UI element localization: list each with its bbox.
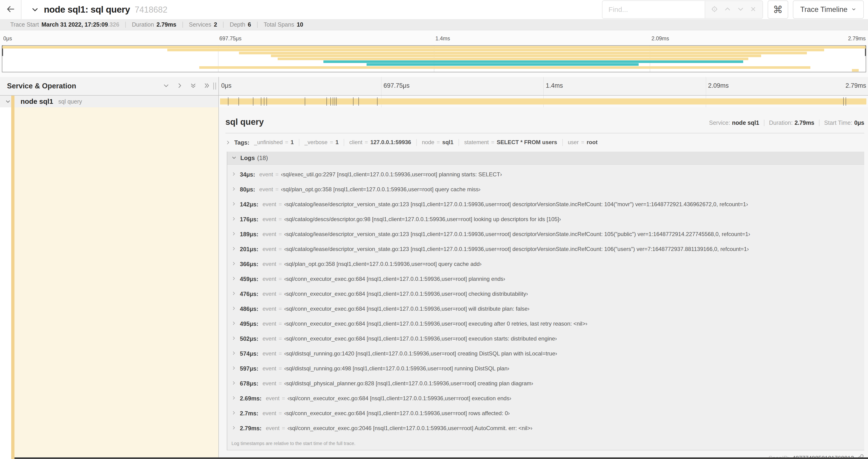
collapse-one-icon[interactable]	[163, 82, 169, 90]
minimap-canvas[interactable]	[2, 45, 866, 72]
tag-item[interactable]: client = 127.0.0.1:59936	[349, 139, 411, 145]
tag-equals: =	[365, 139, 368, 145]
trace-info-item: Total Spans 10	[257, 21, 309, 28]
clear-find-icon[interactable]	[750, 6, 756, 13]
tag-item[interactable]: node = sql1	[422, 139, 453, 145]
logs-block: Logs (18) 34μs: event = ‹sql/exec_util.g…	[227, 152, 864, 450]
span-bar[interactable]	[220, 98, 866, 104]
log-equals: =	[275, 186, 279, 193]
chevron-right-icon	[231, 217, 236, 222]
log-timestamp: 80μs:	[240, 186, 255, 193]
log-entry[interactable]: 2.79ms: event = ‹sql/conn_executor_exec.…	[227, 421, 864, 436]
log-entry[interactable]: 176μs: event = ‹sql/catalog/descs/descri…	[227, 212, 864, 227]
log-tick	[331, 97, 331, 106]
collapse-trace-chevron-icon[interactable]	[31, 6, 39, 13]
find-suffix-toolbar	[705, 1, 763, 18]
log-value: ‹sql/catalog/descs/descriptor.go:98 [nsq…	[284, 216, 561, 223]
span-row-service[interactable]: node sql1 sql query	[0, 96, 219, 107]
tag-separator	[459, 139, 459, 146]
expand-all-icon[interactable]	[204, 82, 210, 90]
log-entry[interactable]: 189μs: event = ‹sql/catalog/lease/descri…	[227, 227, 864, 242]
trace-view-selector[interactable]: Trace Timeline	[793, 0, 864, 19]
tag-item[interactable]: _verbose = 1	[305, 139, 339, 145]
log-key: event	[262, 261, 276, 267]
log-value: ‹sql/conn_executor_exec.go:684 [nsql1,cl…	[284, 321, 587, 327]
detail-left-highlight	[14, 107, 218, 459]
log-value: ‹sql/exec_util.go:2297 [nsql1,client=127…	[281, 171, 502, 178]
chevron-right-icon	[231, 201, 236, 207]
chevron-right-icon	[231, 231, 236, 237]
tag-separator	[416, 139, 417, 146]
chevron-right-icon	[231, 336, 236, 341]
tags-row[interactable]: Tags: _unfinished = 1 _verbose = 1 clien…	[225, 139, 864, 146]
axis-tick-label: 2.79ms	[848, 35, 866, 42]
log-timestamp: 574μs:	[240, 350, 258, 357]
log-entry[interactable]: 678μs: event = ‹sql/distsql_physical_pla…	[227, 376, 864, 391]
info-label: Depth	[229, 21, 245, 28]
log-tick	[846, 97, 846, 106]
log-timestamp: 201μs:	[240, 246, 258, 253]
trace-info-item: Trace Start March 31 2022, 17:25:09 .326	[4, 21, 125, 28]
tag-item[interactable]: user = root	[568, 139, 597, 145]
log-value: ‹sql/conn_executor_exec.go:684 [nsql1,cl…	[287, 395, 511, 402]
log-entry[interactable]: 2.69ms: event = ‹sql/conn_executor_exec.…	[227, 391, 864, 406]
prev-match-icon[interactable]	[724, 6, 731, 13]
log-entry[interactable]: 34μs: event = ‹sql/exec_util.go:2297 [ns…	[227, 167, 864, 182]
chevron-down-icon	[231, 155, 237, 161]
log-value: ‹sql/distsql_running.go:498 [nsql1,clien…	[284, 365, 509, 372]
tag-key: client	[349, 139, 362, 145]
expand-one-icon[interactable]	[177, 82, 183, 90]
log-entry[interactable]: 2.7ms: event = ‹sql/conn_executor_exec.g…	[227, 406, 864, 421]
log-timestamp: 176μs:	[240, 216, 258, 223]
log-entry[interactable]: 597μs: event = ‹sql/distsql_running.go:4…	[227, 361, 864, 376]
back-button[interactable]	[0, 0, 22, 19]
service-operation-header: Service & Operation	[0, 77, 219, 95]
log-entry[interactable]: 574μs: event = ‹sql/distsql_running.go:1…	[227, 346, 864, 361]
chevron-right-icon	[231, 246, 236, 252]
collapse-all-icon[interactable]	[190, 82, 196, 90]
collapse-span-chevron-icon[interactable]	[5, 99, 11, 104]
arrow-left-icon	[6, 5, 15, 14]
tag-item[interactable]: statement = SELECT * FROM users	[464, 139, 557, 145]
tag-item[interactable]: _unfinished = 1	[254, 139, 294, 145]
tags-label: Tags:	[234, 139, 249, 146]
service-color-stripe	[11, 107, 14, 459]
log-entry[interactable]: 142μs: event = ‹sql/catalog/lease/descri…	[227, 197, 864, 212]
logs-header[interactable]: Logs (18)	[227, 152, 864, 165]
log-entry[interactable]: 201μs: event = ‹sql/catalog/lease/descri…	[227, 242, 864, 257]
log-tick	[228, 97, 228, 106]
log-key: event	[262, 321, 276, 327]
find-input[interactable]	[602, 1, 705, 18]
next-match-icon[interactable]	[737, 6, 744, 13]
axis-tick-label: 0μs	[2, 35, 12, 42]
log-equals: =	[279, 365, 282, 372]
log-entry[interactable]: 80μs: event = ‹sql/plan_opt.go:358 [nsql…	[227, 182, 864, 197]
column-resize-handle[interactable]	[213, 83, 216, 90]
log-key: event	[266, 425, 280, 431]
log-equals: =	[282, 395, 285, 402]
log-entry[interactable]: 476μs: event = ‹sql/conn_executor_exec.g…	[227, 286, 864, 301]
log-key: event	[262, 410, 276, 417]
timeline-grid-header: Service & Operation 0μs697.75μs1.4ms2.09…	[0, 77, 868, 96]
log-key: event	[262, 246, 276, 252]
log-timestamp: 678μs:	[240, 380, 258, 387]
log-equals: =	[279, 291, 282, 297]
log-entry[interactable]: 495μs: event = ‹sql/conn_executor_exec.g…	[227, 316, 864, 331]
log-tick	[335, 97, 335, 106]
log-tick	[333, 97, 333, 106]
log-key: event	[259, 171, 273, 178]
tag-value: 1	[336, 139, 339, 145]
log-value: ‹sql/conn_executor_exec.go:684 [nsql1,cl…	[284, 335, 557, 342]
log-entry[interactable]: 366μs: event = ‹sql/plan_opt.go:358 [nsq…	[227, 257, 864, 271]
trace-info-bar: Trace Start March 31 2022, 17:25:09 .326…	[0, 19, 868, 30]
log-entry[interactable]: 502μs: event = ‹sql/conn_executor_exec.g…	[227, 331, 864, 346]
logs-count: (18)	[257, 154, 268, 162]
chevron-right-icon	[231, 172, 236, 177]
keyboard-shortcuts-button[interactable]: ⌘	[768, 0, 788, 19]
focus-match-icon[interactable]	[711, 6, 718, 13]
log-entry[interactable]: 459μs: event = ‹sql/conn_executor_exec.g…	[227, 271, 864, 286]
meta-value: 2.79ms	[795, 120, 814, 126]
span-row-timeline[interactable]	[219, 96, 868, 107]
trace-view-label: Trace Timeline	[800, 5, 847, 14]
log-entry[interactable]: 486μs: event = ‹sql/conn_executor_exec.g…	[227, 301, 864, 316]
